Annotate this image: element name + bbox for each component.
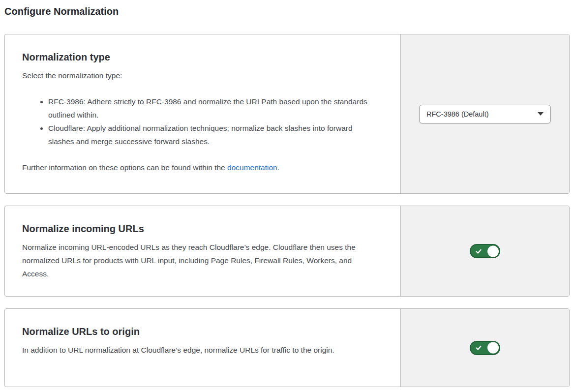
normalization-type-footer: Further information on these options can… <box>22 161 366 174</box>
toggle-knob <box>487 245 499 257</box>
normalize-incoming-control-panel <box>400 206 569 296</box>
card-normalize-incoming-urls: Normalize incoming URLs Normalize incomi… <box>4 206 570 297</box>
check-icon <box>475 248 482 255</box>
normalize-incoming-description: Normalize incoming URL-encoded URLs as t… <box>22 241 379 280</box>
normalization-type-options-list: RFC-3986: Adhere strictly to RFC-3986 an… <box>22 95 386 148</box>
normalization-type-heading: Normalization type <box>22 51 386 63</box>
normalization-type-intro: Select the normalization type: <box>22 69 366 82</box>
chevron-down-icon <box>538 112 544 116</box>
normalize-origin-heading: Normalize URLs to origin <box>22 325 386 338</box>
normalization-type-content: Normalization type Select the normalizat… <box>5 34 400 193</box>
normalize-origin-description: In addition to URL normalization at Clou… <box>22 343 361 357</box>
check-icon <box>475 344 482 351</box>
normalization-type-select-value: RFC-3986 (Default) <box>426 110 489 118</box>
footer-text-before: Further information on these options can… <box>22 163 227 172</box>
card-normalization-type: Normalization type Select the normalizat… <box>4 34 570 194</box>
normalize-origin-toggle[interactable] <box>470 341 500 355</box>
bullet-rfc-3986: RFC-3986: Adhere strictly to RFC-3986 an… <box>48 95 373 121</box>
bullet-cloudflare: Cloudflare: Apply additional normalizati… <box>48 121 373 148</box>
normalize-incoming-toggle[interactable] <box>470 244 500 258</box>
normalize-origin-content: Normalize URLs to origin In addition to … <box>5 309 400 387</box>
documentation-link[interactable]: documentation <box>227 163 277 172</box>
page-title: Configure Normalization <box>4 5 570 18</box>
normalize-incoming-content: Normalize incoming URLs Normalize incomi… <box>5 206 400 296</box>
toggle-knob <box>487 342 499 354</box>
normalize-origin-control-panel <box>400 309 569 387</box>
card-normalize-urls-to-origin: Normalize URLs to origin In addition to … <box>4 308 570 387</box>
normalize-incoming-heading: Normalize incoming URLs <box>22 222 386 235</box>
normalization-type-select[interactable]: RFC-3986 (Default) <box>419 105 551 123</box>
footer-text-after: . <box>277 163 279 172</box>
configure-normalization-page: Configure Normalization Normalization ty… <box>0 0 574 392</box>
normalization-type-control-panel: RFC-3986 (Default) <box>400 34 569 193</box>
